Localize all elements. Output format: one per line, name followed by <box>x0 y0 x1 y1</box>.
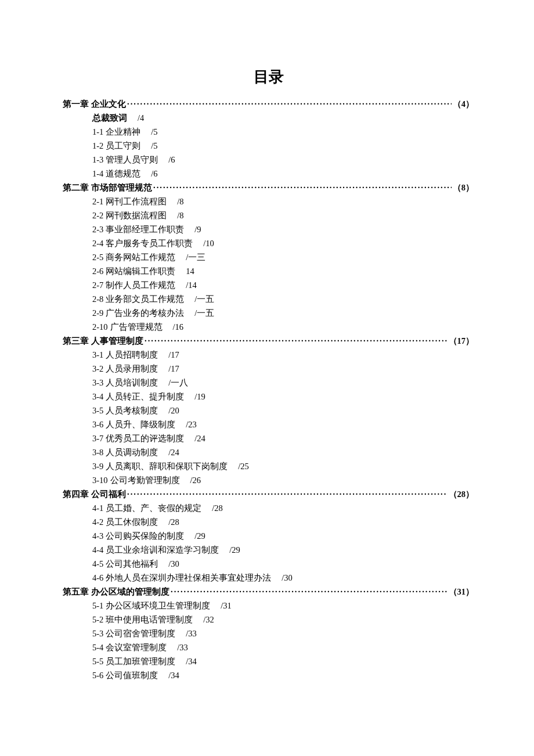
item-index: 3-1 <box>92 350 103 359</box>
toc-item: 2-7制作人员工作规范/14 <box>92 280 474 291</box>
item-name: 外地人员在深圳办理社保相关事宜处理办法 <box>106 573 271 582</box>
item-index: 2-10 <box>92 322 108 332</box>
item-page: /28 <box>168 517 179 527</box>
chapter-label: 第五章 <box>63 586 89 597</box>
item-page: /19 <box>194 392 205 401</box>
leader-dots: ········································… <box>145 336 448 346</box>
item-name: 人员考核制度 <box>106 406 158 415</box>
toc-body: 第一章企业文化·································… <box>63 99 474 681</box>
chapter-row: 第五章办公区域的管理制度····························… <box>63 586 474 597</box>
toc-item: 1-2员工守则/5 <box>92 141 474 152</box>
item-page: /14 <box>186 280 197 290</box>
toc-item: 4-3公司购买保险的制度/29 <box>92 531 474 542</box>
toc-item: 2-9广告业务的考核办法/一五 <box>92 308 474 319</box>
item-index: 3-10 <box>92 476 108 485</box>
toc-item: 5-5员工加班管理制度/34 <box>92 656 474 667</box>
item-name: 优秀员工的评选制度 <box>106 434 184 443</box>
item-page: /8 <box>177 197 183 206</box>
item-page: /9 <box>194 225 201 234</box>
item-name: 办公区域环境卫生管理制度 <box>106 601 210 610</box>
item-index: 5-6 <box>92 671 103 680</box>
item-index: 2-5 <box>92 253 103 262</box>
item-name: 员工守则 <box>106 141 140 150</box>
item-name: 员工婚、产、丧假的规定 <box>106 503 201 513</box>
chapter-label: 第二章 <box>63 182 89 193</box>
item-name: 广告业务的考核办法 <box>106 308 184 318</box>
toc-item: 3-2人员录用制度/17 <box>92 363 474 375</box>
item-name: 业务部文员工作规范 <box>106 294 184 304</box>
item-name: 公司购买保险的制度 <box>106 531 184 541</box>
item-page: /26 <box>190 476 201 485</box>
toc-item: 2-3事业部经理工作职责/9 <box>92 224 474 235</box>
item-index: 1-3 <box>92 155 103 164</box>
item-name: 公司宿舍管理制度 <box>106 629 175 638</box>
item-name: 人员招聘制度 <box>106 350 158 359</box>
item-name: 企业精神 <box>106 127 140 136</box>
item-index: 2-1 <box>92 197 103 206</box>
item-index: 3-5 <box>92 406 103 415</box>
item-name: 广告管理规范 <box>110 322 163 332</box>
toc-item: 3-9人员离职、辞职和保职下岗制度/25 <box>92 461 474 472</box>
item-name: 人员离职、辞职和保职下岗制度 <box>106 462 228 471</box>
intro-page: /4 <box>138 113 144 123</box>
item-index: 2-4 <box>92 239 103 248</box>
chapter-name: 办公区域的管理制度 <box>91 586 169 597</box>
toc-item: 1-4道德规范/6 <box>92 168 474 179</box>
item-page: /25 <box>238 462 249 471</box>
item-page: /20 <box>168 406 179 415</box>
item-name: 网刊数据流程图 <box>106 211 167 220</box>
chapter-name: 市场部管理规范 <box>91 182 152 193</box>
item-name: 员工休假制度 <box>106 517 158 527</box>
item-page: /17 <box>168 364 179 373</box>
item-name: 人员培训制度 <box>106 378 158 387</box>
chapter-page: （31） <box>449 586 475 597</box>
item-page: /30 <box>282 573 293 582</box>
item-index: 5-1 <box>92 601 103 610</box>
item-index: 1-1 <box>92 127 103 136</box>
chapter-name: 公司福利 <box>91 489 126 500</box>
toc-item: 3-5人员考核制度/20 <box>92 405 474 416</box>
toc-item: 5-1办公区域环境卫生管理制度/31 <box>92 600 474 611</box>
toc-item: 2-10广告管理规范/16 <box>92 322 474 333</box>
item-page: /5 <box>151 127 157 136</box>
toc-item: 2-6网站编辑工作职责14 <box>92 266 474 277</box>
chapter-label: 第一章 <box>63 99 89 110</box>
item-name: 员工加班管理制度 <box>106 657 175 666</box>
item-page: /一八 <box>168 378 188 387</box>
item-index: 3-6 <box>92 420 103 429</box>
item-page: /28 <box>212 503 223 513</box>
item-index: 2-6 <box>92 267 103 276</box>
item-page: /31 <box>221 601 232 610</box>
item-page: /一三 <box>186 253 205 262</box>
chapter-row: 第四章公司福利·································… <box>63 489 474 500</box>
toc-item: 3-7优秀员工的评选制度/24 <box>92 433 474 444</box>
item-name: 网站编辑工作职责 <box>106 267 175 276</box>
item-index: 2-2 <box>92 211 103 220</box>
chapter-row: 第三章人事管理制度·······························… <box>63 336 474 347</box>
toc-item: 2-1网刊工作流程图/8 <box>92 196 474 207</box>
item-index: 1-4 <box>92 169 103 178</box>
toc-item: 5-3公司宿舍管理制度/33 <box>92 628 474 639</box>
item-page: /34 <box>186 657 197 666</box>
item-page: /29 <box>229 545 240 555</box>
item-page: /16 <box>173 322 184 332</box>
item-name: 公司值班制度 <box>106 671 158 680</box>
item-page: /23 <box>186 420 197 429</box>
chapter-row: 第二章市场部管理规范······························… <box>63 182 474 193</box>
item-index: 4-6 <box>92 573 103 582</box>
item-index: 5-3 <box>92 629 103 638</box>
chapter-page: （17） <box>449 336 475 347</box>
chapter-row: 第一章企业文化·································… <box>63 99 474 110</box>
item-page: /34 <box>168 671 179 680</box>
intro-name: 总裁致词 <box>92 113 127 123</box>
toc-item: 3-3人员培训制度/一八 <box>92 377 474 388</box>
item-name: 制作人员工作规范 <box>106 280 175 290</box>
item-index: 2-7 <box>92 280 103 290</box>
chapter-name: 人事管理制度 <box>91 336 143 347</box>
item-index: 3-9 <box>92 462 103 471</box>
toc-item: 4-4员工业余培训和深造学习制度/29 <box>92 545 474 556</box>
item-index: 2-3 <box>92 225 103 234</box>
item-index: 5-4 <box>92 643 103 652</box>
item-name: 员工业余培训和深造学习制度 <box>106 545 219 555</box>
item-index: 3-8 <box>92 448 103 457</box>
